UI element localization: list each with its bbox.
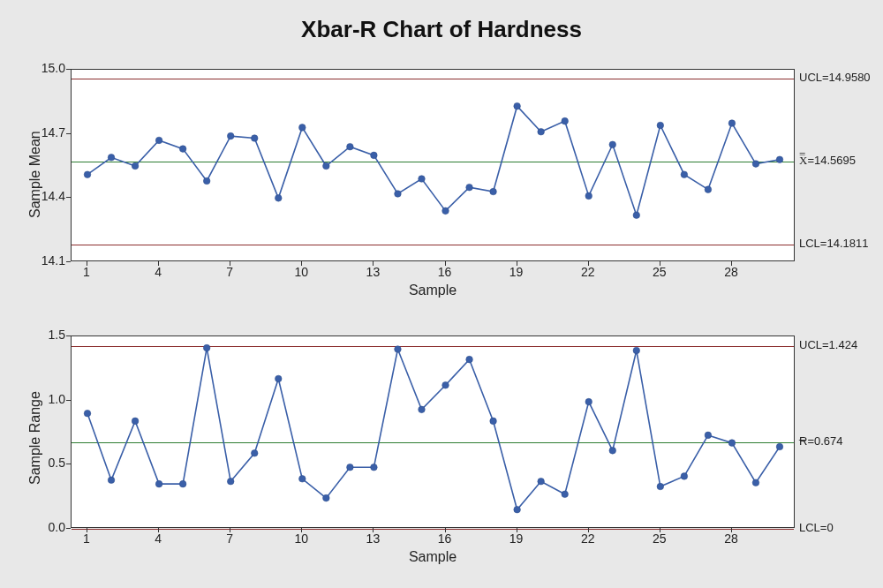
xbar-ucl-label: UCL=14.9580: [799, 71, 871, 84]
range-x-tick: 25: [646, 531, 673, 546]
svg-point-49: [538, 478, 545, 485]
xbar-y-tick: 15.0: [30, 61, 65, 75]
range-x-tick: 28: [718, 531, 744, 546]
svg-point-24: [657, 122, 664, 129]
range-center-label: R_=0.674: [799, 434, 843, 448]
range-y-tick: 1.0: [30, 392, 65, 406]
range-x-tick: 19: [503, 531, 530, 546]
xbar-x-tick: 4: [145, 265, 171, 279]
svg-point-32: [132, 418, 139, 425]
xbar-y-tick: 14.7: [30, 125, 65, 139]
svg-point-38: [275, 375, 282, 382]
svg-point-53: [633, 347, 640, 354]
range-x-tick: 16: [432, 531, 458, 546]
range-x-tick: 7: [216, 531, 243, 546]
svg-point-59: [776, 443, 783, 450]
svg-point-40: [323, 494, 330, 501]
svg-point-46: [466, 356, 473, 363]
svg-point-37: [251, 449, 258, 456]
svg-point-5: [203, 177, 210, 185]
svg-point-17: [490, 188, 497, 195]
xbar-x-tick: 1: [73, 265, 100, 279]
svg-point-21: [585, 192, 592, 200]
svg-point-4: [179, 146, 186, 153]
svg-point-26: [705, 186, 712, 193]
svg-point-11: [347, 143, 354, 150]
xbar-y-tick: 14.1: [30, 253, 65, 268]
chart-title: Xbar-R Chart of Hardness: [0, 0, 883, 43]
svg-point-50: [562, 491, 569, 498]
range-y-tick: 0.0: [30, 520, 65, 534]
svg-point-10: [323, 162, 330, 170]
range-lcl-label: LCL=0: [799, 521, 834, 534]
svg-point-6: [227, 132, 234, 139]
range-lcl-line: [72, 529, 794, 530]
svg-point-19: [538, 128, 545, 135]
svg-point-12: [371, 152, 378, 159]
xbar-center-label: X==14.5695: [799, 154, 856, 168]
svg-point-9: [299, 124, 306, 132]
range-x-tick: 1: [73, 531, 100, 546]
range-x-tick: 4: [145, 531, 171, 546]
xbar-x-tick: 10: [288, 265, 314, 279]
svg-point-51: [585, 398, 592, 405]
range-ucl-label: UCL=1.424: [799, 338, 857, 351]
svg-point-47: [490, 418, 497, 425]
xbar-x-tick: 22: [575, 265, 601, 279]
xbar-x-tick: 16: [432, 265, 458, 279]
svg-point-31: [108, 477, 115, 484]
xbar-x-tick: 25: [646, 265, 673, 279]
xbar-x-tick: 28: [718, 265, 744, 279]
svg-point-35: [203, 344, 210, 351]
svg-point-58: [752, 479, 759, 486]
svg-point-13: [395, 191, 402, 198]
svg-point-39: [299, 476, 306, 483]
svg-point-33: [155, 480, 162, 487]
xbar-series: [72, 70, 794, 260]
svg-point-8: [275, 195, 282, 202]
range-y-tick: 0.5: [30, 456, 65, 470]
svg-point-2: [132, 162, 139, 170]
range-x-tick: 10: [288, 531, 314, 546]
svg-point-55: [681, 473, 688, 480]
svg-point-1: [108, 155, 115, 162]
svg-point-34: [179, 480, 186, 487]
xbar-chart-area: [71, 69, 795, 261]
range-chart-area: [71, 335, 795, 528]
range-x-axis-label: Sample: [389, 549, 477, 565]
range-x-tick: 13: [359, 531, 386, 546]
xbar-x-tick: 19: [503, 265, 530, 279]
svg-point-14: [419, 176, 426, 183]
svg-point-48: [514, 506, 521, 513]
svg-point-15: [442, 207, 449, 215]
xbar-x-tick: 13: [359, 265, 386, 279]
svg-point-54: [657, 483, 664, 490]
svg-point-45: [442, 381, 449, 388]
svg-point-42: [371, 464, 378, 471]
xbar-x-tick: 7: [216, 265, 243, 279]
range-series: [72, 336, 794, 527]
svg-point-30: [84, 410, 91, 417]
svg-point-25: [681, 171, 688, 178]
svg-point-44: [419, 406, 426, 413]
range-x-tick: 22: [575, 531, 601, 546]
svg-point-41: [347, 464, 354, 471]
svg-point-3: [155, 137, 162, 144]
svg-point-0: [84, 171, 91, 178]
svg-point-56: [705, 432, 712, 439]
svg-point-18: [514, 102, 521, 109]
svg-point-22: [609, 141, 616, 148]
xbar-x-axis-label: Sample: [389, 283, 477, 298]
svg-point-43: [395, 346, 402, 353]
svg-point-20: [562, 117, 569, 124]
xbar-y-tick: 14.4: [30, 189, 65, 203]
svg-point-16: [466, 184, 473, 191]
range-y-tick: 1.5: [30, 328, 65, 342]
svg-point-28: [752, 161, 759, 168]
svg-point-7: [251, 135, 258, 142]
svg-point-27: [728, 120, 736, 127]
svg-point-29: [776, 156, 783, 163]
svg-point-36: [227, 478, 234, 485]
svg-point-57: [728, 440, 736, 447]
svg-point-23: [633, 212, 640, 219]
